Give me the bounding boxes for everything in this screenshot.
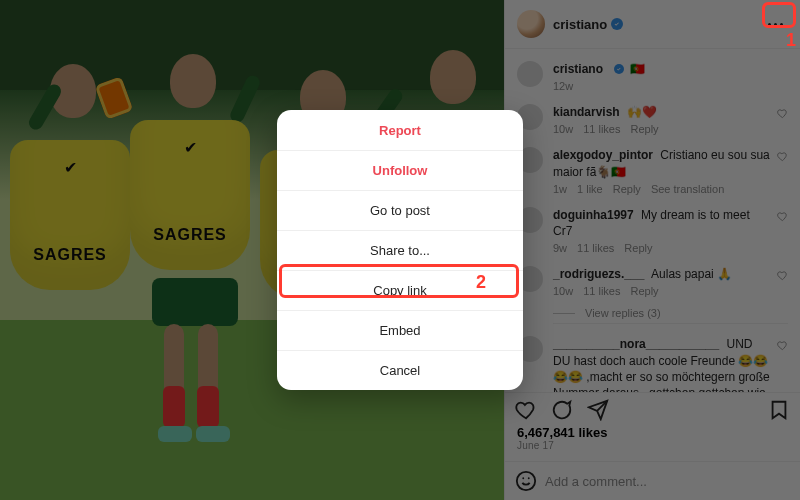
sheet-copy-link[interactable]: Copy link <box>277 270 523 310</box>
options-sheet: Report Unfollow Go to post Share to... C… <box>277 110 523 390</box>
sheet-report[interactable]: Report <box>277 110 523 150</box>
app-root: ✔ SAGRES ✔ SAGRES ✔ SAGRES ✔ SAGRES <box>0 0 800 500</box>
sheet-cancel[interactable]: Cancel <box>277 350 523 390</box>
sheet-unfollow[interactable]: Unfollow <box>277 150 523 190</box>
sheet-share-to[interactable]: Share to... <box>277 230 523 270</box>
sheet-embed[interactable]: Embed <box>277 310 523 350</box>
sheet-go-to-post[interactable]: Go to post <box>277 190 523 230</box>
